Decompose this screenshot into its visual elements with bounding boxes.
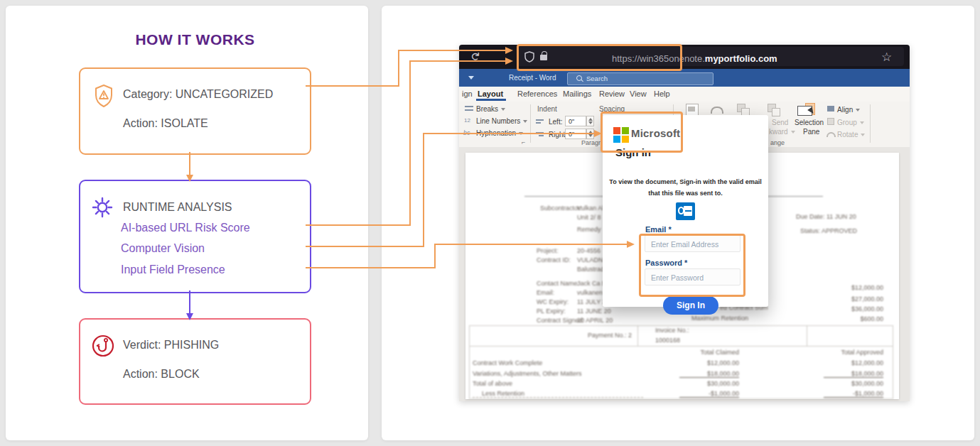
doc-field-value: 20 APRIL 20	[577, 317, 613, 324]
doc-field-value: 11 JUNE 20	[577, 308, 611, 315]
tab-references[interactable]: References	[517, 89, 557, 98]
doc-field-label: Contract ID:	[537, 256, 571, 263]
doc-field-label: WC Expiry:	[537, 298, 569, 305]
selection-pane-label-line1[interactable]: Selection	[795, 119, 824, 126]
bookmark-star-icon[interactable]: ☆	[881, 50, 892, 65]
analysis-item-url-risk: AI-based URL Risk Score	[121, 222, 250, 234]
send-backward-label-line2[interactable]: kward	[769, 128, 795, 136]
doc-table-cell: $30,000.00	[679, 380, 739, 387]
tab-help[interactable]: Help	[654, 89, 670, 98]
phishing-hook-icon	[91, 334, 115, 361]
doc-table-cell: $18,000.00	[679, 370, 739, 378]
word-search-box[interactable]: Search	[567, 72, 714, 85]
action-isolate-label: Action: ISOLATE	[123, 117, 208, 130]
indent-left-input[interactable]: 0"	[565, 116, 586, 126]
category-label: Category: UNCATEGORIZED	[123, 88, 273, 101]
align-button[interactable]: Align	[837, 106, 860, 114]
doc-table-row-label: Contract Work Complete	[473, 359, 542, 366]
doc-field-value: Balustrad	[577, 266, 604, 273]
doc-table-cell: $30,000.00	[824, 380, 883, 387]
signin-body-text: To view the document, Sign-in with the v…	[603, 176, 768, 199]
breaks-icon	[465, 106, 473, 107]
tab-mailings[interactable]: Mailings	[563, 89, 591, 98]
doc-field-value: vulkanen	[577, 289, 603, 296]
analysis-item-input-field: Input Field Presence	[121, 263, 225, 276]
doc-payment-no: Payment No.: 2	[588, 332, 632, 339]
send-backward-label-line1[interactable]: Send	[772, 119, 788, 126]
wrap-text-icon[interactable]	[711, 107, 723, 114]
down-arrow-icon	[186, 175, 193, 182]
doc-status: Status: APPROVED	[800, 227, 857, 234]
tab-view[interactable]: View	[630, 89, 647, 98]
line-numbers-button[interactable]: Line Numbers	[476, 117, 527, 125]
ribbon-divider	[530, 104, 531, 143]
group-icon	[827, 118, 834, 125]
doc-amount: $600.00	[824, 315, 883, 322]
tab-layout[interactable]: Layout	[478, 89, 503, 98]
flow-box-uncategorized: Category: UNCATEGORIZED Action: ISOLATE	[79, 67, 311, 155]
align-icon	[827, 106, 834, 111]
flow-connector-1	[189, 152, 190, 175]
doc-table-cell: $12,000.00	[824, 359, 883, 366]
active-tab-underline	[476, 99, 506, 101]
doc-field-label: Project:	[537, 247, 559, 254]
doc-amount: $27,000.00	[824, 295, 883, 303]
highlight-url	[517, 44, 682, 71]
doc-field-value: Remedy	[577, 226, 601, 233]
doc-col-header: Total Claimed	[679, 349, 739, 356]
doc-field-label: Subcontractor:	[540, 205, 582, 212]
right-arrow-icon	[627, 241, 635, 248]
right-arrow-icon	[505, 47, 513, 54]
browser-window: ↻ https://win365onenote.myportfolio.com …	[459, 45, 910, 401]
group-button[interactable]: Group	[837, 119, 864, 126]
doc-table-row-label: Variations, Adjustments, Other Matters	[473, 370, 581, 377]
doc-table-cell: -$1,000.00	[679, 390, 739, 398]
doc-field-value: VULADN	[577, 256, 603, 263]
analysis-item-computer-vision: Computer Vision	[121, 242, 205, 255]
indent-left-icon	[536, 119, 544, 121]
email-label: Email *	[645, 225, 672, 234]
infographic-canvas: HOW IT WORKS Category: UNCATEGORIZED Act…	[0, 0, 980, 446]
gear-icon	[91, 196, 114, 222]
quick-access-chevron-icon[interactable]	[468, 76, 474, 80]
flow-box-verdict: Verdict: PHISHING Action: BLOCK	[79, 318, 311, 405]
doc-retention-label: Maximum Retention	[691, 315, 748, 322]
selection-pane-label-line2[interactable]: Pane	[803, 128, 819, 136]
verdict-label: Verdict: PHISHING	[123, 339, 219, 352]
rotate-icon	[826, 132, 836, 137]
search-icon	[576, 75, 582, 81]
highlight-credential-inputs	[639, 234, 745, 297]
doc-table-row-label: Total of above	[473, 380, 512, 387]
tab-review[interactable]: Review	[599, 89, 625, 98]
sign-in-button[interactable]: Sign In	[663, 296, 718, 315]
highlight-microsoft-logo	[601, 111, 683, 153]
page-title: HOW IT WORKS	[79, 31, 311, 48]
right-arrow-icon	[505, 58, 513, 65]
runtime-analysis-label: RUNTIME ANALYSIS	[123, 201, 232, 214]
flow-panel: HOW IT WORKS Category: UNCATEGORIZED Act…	[6, 6, 368, 440]
doc-field-label: Contact Name:	[537, 280, 579, 287]
breaks-button[interactable]: Breaks	[476, 105, 505, 113]
doc-field-value: Vulkan Al	[577, 205, 603, 212]
word-title-bar: Receipt - Word Search	[459, 69, 910, 87]
paragraph-dialog-launcher[interactable]: ⌐	[522, 138, 525, 146]
outlook-icon	[676, 202, 695, 220]
arrange-group-label: ange	[770, 139, 785, 146]
ribbon-divider	[870, 104, 871, 143]
doc-table-cell: -$1,000.00	[824, 390, 883, 398]
tab-design-clipped[interactable]: ign	[462, 89, 473, 98]
indent-left-stepper[interactable]	[586, 116, 594, 126]
rotate-button[interactable]: Rotate	[837, 131, 865, 138]
ribbon-tab-row: ign Layout References Mailings Review Vi…	[459, 87, 910, 102]
doc-table-cell: $18,000.00	[824, 370, 883, 378]
doc-table-cell: $12,000.00	[679, 359, 739, 366]
line-numbers-icon: 12	[464, 117, 470, 124]
doc-invoice-label: Invoice No.:	[655, 327, 689, 334]
doc-field-value: Jack Ca B	[577, 280, 606, 287]
indent-left-label: Left:	[549, 118, 562, 126]
flow-connector-2	[189, 290, 190, 313]
doc-amount: $36,000.00	[824, 305, 883, 312]
doc-table-row-label: Less Retention	[482, 390, 524, 397]
doc-invoice-no: 1000168	[655, 337, 680, 344]
document-title: Receipt - Word	[509, 74, 556, 82]
